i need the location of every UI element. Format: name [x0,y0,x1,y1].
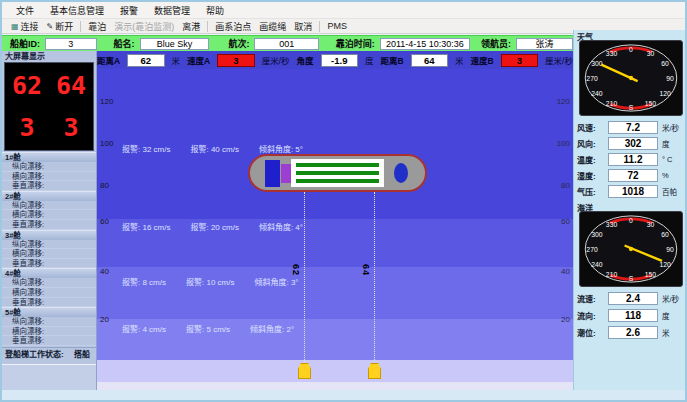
bollard-b [368,363,381,379]
distance-a-label: 距离A [97,54,120,66]
temperature-value: 11.2 [608,153,658,166]
axis-tick-right: 120 [557,97,570,106]
speed-b-unit: 厘米/秒 [545,54,573,66]
gauge-tick: S [629,104,634,111]
gangway-status-row: 登船梯工作状态: 搭船 [2,347,96,361]
display-distance-a: 62 [12,63,42,105]
toolbar-separator [319,21,320,32]
speed-a-unit: 厘米/秒 [262,54,290,66]
wind-speed-label: 风速: [577,122,608,133]
gauge-tick: 240 [591,261,603,268]
angle-unit: 度 [365,54,374,66]
zone-4deg-thresholds: 报警: 16 cm/s 报警: 20 cm/s 倾斜角度: 4° [122,221,303,232]
axis-tick-left: 100 [100,139,113,148]
ship-id-field[interactable]: 3 [45,38,97,50]
axis-tick-right: 80 [561,181,570,190]
toolbar-separator [207,21,208,32]
axis-tick-right: 20 [561,315,570,324]
big-screen-display: 62 64 3 3 [4,62,94,151]
hold-5-lateral-drift: 横向漂移: [2,327,96,337]
berth-time-field[interactable]: 2011-4-15 10:30:36 [380,38,470,50]
current-speed-label: 流速: [577,293,608,304]
depart-button[interactable]: 离港 [178,20,204,33]
gauge-tick: 270 [586,75,598,82]
zone-alarm-a: 报警: 32 cm/s [122,143,170,154]
distance-b-value: 64 [411,54,448,67]
hold-1-longitudinal-drift: 纵向漂移: [2,162,96,172]
gauge-tick: 60 [661,60,669,67]
window-bottom-strip [2,390,685,400]
ship-name-field[interactable]: Blue Sky [140,38,210,50]
gauge-tick: 120 [659,90,671,97]
pilot-field[interactable]: 张涛 [516,38,573,50]
mooring-line-b-distance: 64 [361,264,371,276]
ship-superstructure [265,160,280,187]
axis-tick-right: 40 [561,267,570,276]
current-direction-unit: 度 [662,310,670,321]
tide-level-unit: 米 [662,327,670,338]
current-direction-label: 流向: [577,310,608,321]
wind-direction-gauge: 0 30 60 90 120 150 S 210 240 270 300 330 [579,40,683,116]
menu-basic-info[interactable]: 基本信息管理 [42,3,112,18]
current-speed-row: 流速: 2.4 米/秒 [577,291,685,306]
display-distance-b: 64 [56,63,86,105]
menu-help[interactable]: 帮助 [198,3,232,18]
disconnect-button[interactable]: ✎ 断开 [43,20,78,33]
hold-1-header: 1#舱 [2,152,96,162]
hold-5-longitudinal-drift: 纵向漂移: [2,317,96,327]
hold-4-longitudinal-drift: 纵向漂移: [2,278,96,288]
display-speed-a: 3 [19,105,34,147]
draw-cable-button[interactable]: 画缆绳 [255,20,290,33]
connect-button[interactable]: ▦ 连接 [7,20,43,33]
hold-4-lateral-drift: 横向漂移: [2,288,96,298]
current-direction-row: 流向: 118 度 [577,308,685,323]
speed-a-value-alarm: 3 [217,54,254,67]
display-panel-title: 大屏幕显示 [2,51,96,62]
gauge-tick: 60 [661,231,669,238]
pilot-label: 领航员: [481,37,511,50]
wind-direction-value: 302 [608,137,658,150]
display-speed-b: 3 [63,105,78,147]
draw-mooring-point-button[interactable]: 画系泊点 [211,20,255,33]
zone-alarm-b: 报警: 10 cm/s [186,276,234,287]
ship-cargo-hatch [291,159,384,187]
hold-5-header: 5#舱 [2,307,96,317]
hatch-stripe [296,171,379,175]
gauge-tick: 300 [591,60,603,67]
voyage-field[interactable]: 001 [254,38,318,50]
axis-tick-left: 20 [100,315,109,324]
menu-data-management[interactable]: 数据管理 [146,3,198,18]
temperature-label: 温度: [577,154,608,165]
tide-level-row: 潮位: 2.6 米 [577,325,685,340]
gauge-tick: 330 [606,221,618,228]
zone-tilt: 倾斜角度: 2° [250,323,294,334]
current-speed-value: 2.4 [608,292,658,305]
hold-5-vertical-drift: 垂直漂移: [2,336,96,346]
pms-button[interactable]: PMS [323,20,351,33]
humidity-label: 湿度: [577,170,608,181]
alarm-zone-3deg [97,267,573,319]
axis-tick-right: 100 [557,139,570,148]
zone-alarm-b: 报警: 40 cm/s [190,143,238,154]
menu-alarm[interactable]: 报警 [112,3,146,18]
pressure-label: 气压: [577,186,608,197]
app-window: 文件 基本信息管理 报警 数据管理 帮助 ▦ 连接 ✎ 断开 靠泊 演示(靠泊监… [0,0,687,402]
berthing-plot: 报警: 32 cm/s 报警: 40 cm/s 倾斜角度: 5° 报警: 16 … [97,69,573,390]
connect-icon: ▦ [11,22,19,31]
voyage-label: 航次: [228,37,249,50]
ship-top-view[interactable] [248,154,427,192]
gauge-tick: S [629,275,634,282]
wind-speed-unit: 米/秒 [662,122,679,133]
bollard-a [298,363,311,379]
gauge-tick: 150 [645,271,657,278]
hold-3-lateral-drift: 横向漂移: [2,249,96,259]
axis-tick-left: 40 [100,267,109,276]
zone-tilt: 倾斜角度: 5° [259,143,303,154]
cancel-button[interactable]: 取消 [290,20,316,33]
demo-button[interactable]: 演示(靠泊监测) [110,20,178,33]
menu-file[interactable]: 文件 [8,3,42,18]
berth-button[interactable]: 靠泊 [84,20,110,33]
angle-label: 角度 [297,54,314,66]
hold-4-header: 4#舱 [2,268,96,278]
temperature-row: 温度: 11.2 ° C [577,152,685,167]
